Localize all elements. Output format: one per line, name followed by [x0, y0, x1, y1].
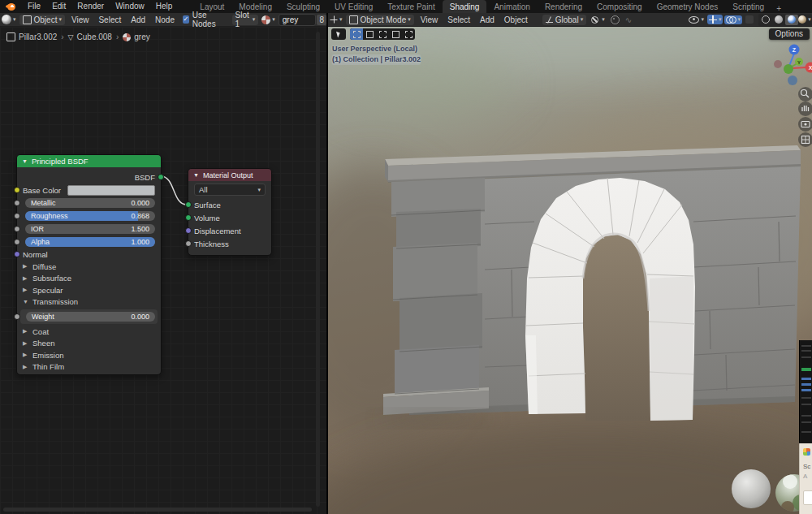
- transmission-weight-slider[interactable]: Weight 0.000: [26, 312, 155, 322]
- collapse-chevron-icon[interactable]: ▼: [193, 172, 199, 178]
- mode-dropdown[interactable]: Object Mode▾: [346, 15, 414, 25]
- tab-shading[interactable]: Shading: [443, 0, 487, 13]
- tab-sculpting[interactable]: Sculpting: [279, 0, 327, 13]
- tab-uv-editing[interactable]: UV Editing: [327, 0, 380, 13]
- ior-socket[interactable]: [14, 226, 20, 232]
- viewport-side-buttons: [798, 87, 812, 147]
- metallic-slider[interactable]: Metallic 0.000: [25, 198, 155, 208]
- surface-input-socket[interactable]: [185, 201, 192, 208]
- shader-type-dropdown[interactable]: Object▾: [19, 15, 65, 25]
- panel-specular[interactable]: ▶ Specular: [17, 284, 161, 296]
- shader-menu-select[interactable]: Select: [93, 15, 126, 24]
- bsdf-output-socket[interactable]: [158, 174, 164, 180]
- metallic-socket[interactable]: [14, 200, 20, 206]
- displacement-input-socket[interactable]: [185, 227, 192, 234]
- alpha-slider[interactable]: Alpha 1.000: [25, 237, 155, 247]
- overlapping-tooltip-panel: Sc A: [799, 443, 812, 514]
- node-editor-canvas[interactable]: Pillar3.002 › ▽ Cube.008 › grey ▼ Princi…: [0, 27, 326, 514]
- principled-node-header[interactable]: ▼ Principled BSDF: [17, 155, 161, 167]
- panel-thin-film[interactable]: ▶ Thin Film: [17, 361, 161, 374]
- shader-menu-view[interactable]: View: [67, 15, 94, 24]
- mesh-data-icon: ▽: [68, 33, 74, 41]
- show-gizmos-toggle[interactable]: ▾: [707, 15, 723, 24]
- snap-magnet-icon: [591, 16, 598, 24]
- shading-solid-button[interactable]: [772, 15, 785, 25]
- panel-diffuse[interactable]: ▶ Diffuse: [17, 261, 161, 273]
- select-mode-invert-button[interactable]: [389, 28, 402, 40]
- select-mode-extend-button[interactable]: [363, 28, 376, 40]
- material-output-node[interactable]: ▼ Material Output All ▾ Surface Volume: [188, 168, 272, 256]
- thickness-input-socket[interactable]: [185, 240, 192, 247]
- svg-text:Z: Z: [793, 47, 797, 53]
- shader-editor-header: ▾ Object▾ View Select Add Node ✓ Use Nod…: [0, 13, 326, 27]
- select-mode-new-button[interactable]: [350, 28, 363, 40]
- breadcrumb-object: Pillar3.002: [19, 32, 57, 41]
- select-mode-intersect-button[interactable]: [402, 28, 415, 40]
- principled-bsdf-node[interactable]: ▼ Principled BSDF BSDF Base Color Metall…: [16, 154, 162, 375]
- view-menu[interactable]: View: [416, 15, 443, 24]
- panel-sheen[interactable]: ▶ Sheen: [17, 338, 161, 350]
- viewport-editor-type-icon[interactable]: ▾: [330, 15, 343, 24]
- normal-socket[interactable]: [14, 251, 20, 257]
- viewport-canvas[interactable]: Z Y X: [328, 27, 812, 514]
- alpha-socket[interactable]: [14, 239, 20, 245]
- menu-window[interactable]: Window: [110, 0, 150, 13]
- menu-help[interactable]: Help: [150, 0, 179, 13]
- tab-texture-paint[interactable]: Texture Paint: [380, 0, 442, 13]
- output-target-dropdown[interactable]: All ▾: [194, 184, 266, 196]
- blender-logo-icon[interactable]: [6, 2, 17, 11]
- transmission-weight-socket[interactable]: [14, 313, 20, 320]
- horizontal-scrollbar[interactable]: [3, 508, 312, 512]
- transform-orientation-dropdown[interactable]: Global▾: [542, 15, 586, 25]
- panel-transmission[interactable]: ▼ Transmission: [17, 296, 161, 309]
- base-color-swatch[interactable]: [67, 185, 155, 196]
- tab-scripting[interactable]: Scripting: [725, 0, 771, 13]
- material-name-field[interactable]: grey: [279, 14, 317, 26]
- tab-compositing[interactable]: Compositing: [590, 0, 650, 13]
- roughness-slider[interactable]: Roughness 0.868: [25, 211, 155, 221]
- material-users-button[interactable]: 8: [317, 15, 326, 25]
- show-overlays-toggle[interactable]: ▾: [724, 15, 742, 24]
- material-browse-dropdown[interactable]: ▾: [261, 15, 275, 24]
- tab-rendering[interactable]: Rendering: [538, 0, 590, 13]
- tab-animation[interactable]: Animation: [486, 0, 537, 13]
- output-node-header[interactable]: ▼ Material Output: [188, 169, 271, 181]
- add-workspace-button[interactable]: +: [771, 4, 786, 13]
- select-menu[interactable]: Select: [443, 15, 475, 24]
- visibility-dropdown[interactable]: ▾: [687, 15, 706, 24]
- select-mode-subtract-button[interactable]: [376, 28, 389, 40]
- xray-toggle[interactable]: [745, 15, 754, 24]
- use-nodes-checkbox[interactable]: ✓ Use Nodes: [183, 11, 224, 28]
- active-object-label: (1) Collection | Pillar3.002: [332, 54, 421, 65]
- menu-file[interactable]: File: [22, 0, 46, 13]
- shader-menu-add[interactable]: Add: [126, 15, 150, 24]
- snap-dropdown[interactable]: ▾: [590, 16, 605, 24]
- collapse-chevron-icon[interactable]: ▼: [22, 158, 28, 164]
- vertical-scrollbar[interactable]: [316, 32, 320, 507]
- add-menu[interactable]: Add: [475, 15, 499, 24]
- panel-emission[interactable]: ▶ Emission: [17, 349, 161, 361]
- shader-editor-type-icon[interactable]: ▾: [2, 15, 16, 24]
- options-button[interactable]: Options: [769, 28, 810, 40]
- menu-edit[interactable]: Edit: [46, 0, 71, 13]
- shading-wireframe-button[interactable]: [759, 15, 772, 25]
- object-menu[interactable]: Object: [499, 15, 533, 24]
- roughness-socket[interactable]: [14, 213, 20, 219]
- proportional-editing-toggle[interactable]: [608, 15, 622, 24]
- breadcrumb: Pillar3.002 › ▽ Cube.008 › grey: [6, 32, 150, 41]
- shading-rendered-button[interactable]: ▾: [798, 15, 811, 25]
- viewport-header: ▾ Object Mode▾ View Select Add Object Gl…: [328, 13, 812, 27]
- thickness-input-row: Thickness: [188, 237, 271, 250]
- ior-slider[interactable]: IOR 1.500: [25, 224, 155, 234]
- panel-subsurface[interactable]: ▶ Subsurface: [17, 273, 161, 285]
- tab-geometry-nodes[interactable]: Geometry Nodes: [650, 0, 726, 13]
- shading-material-preview-button[interactable]: [785, 15, 798, 25]
- panel-coat[interactable]: ▶ Coat: [17, 326, 161, 338]
- overlapping-window-thumbnail: [799, 340, 812, 443]
- tweak-tool-button[interactable]: [331, 28, 346, 40]
- shader-menu-node[interactable]: Node: [150, 15, 179, 24]
- material-slot-dropdown[interactable]: Slot 1▾: [232, 15, 259, 25]
- base-color-socket[interactable]: [14, 187, 20, 193]
- volume-input-socket[interactable]: [185, 214, 192, 221]
- menu-render[interactable]: Render: [71, 0, 110, 13]
